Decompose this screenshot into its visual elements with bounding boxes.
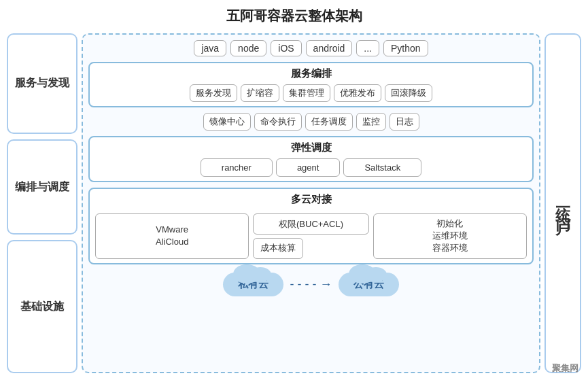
content-area: 服务与发现 编排与调度 基础设施 javanodeiOSandroid...Py…	[7, 33, 581, 373]
init-box: 初始化运维环境容器环境	[373, 213, 527, 259]
infra-mid-col: 权限(BUC+ACL) 成本核算	[253, 213, 368, 259]
service-label: 服务与发现	[7, 33, 77, 134]
infra-label: 基础设施	[7, 240, 77, 373]
elastic-section-title: 弹性调度	[95, 141, 527, 154]
elastic-tag: Saltstack	[343, 158, 421, 177]
vmware-box: VMwareAliCloud	[95, 213, 249, 259]
lang-tag: iOS	[271, 40, 301, 56]
service-tag: 优雅发布	[334, 84, 381, 102]
right-label: 统一门户	[544, 33, 581, 373]
lang-tag: ...	[356, 40, 379, 56]
schedule-tag: 镜像中心	[203, 113, 251, 131]
page-title: 五阿哥容器云整体架构	[226, 7, 362, 25]
cloud-arrow: - - - - →	[290, 277, 332, 292]
schedule-tag: 命令执行	[254, 113, 302, 131]
private-cloud: 私有云	[223, 273, 283, 296]
main-container: 五阿哥容器云整体架构 服务与发现 编排与调度 基础设施 javanodeiOSa…	[0, 0, 588, 380]
schedule-tag: 日志	[390, 113, 419, 131]
rights-box: 权限(BUC+ACL)	[253, 213, 368, 235]
cost-box: 成本核算	[253, 238, 303, 258]
infra-boxes-row: VMwareAliCloud 权限(BUC+ACL) 成本核算 初始化运维环境容…	[95, 213, 527, 259]
right-label-text: 统一门户	[552, 195, 574, 211]
elastic-tag: agent	[276, 158, 341, 177]
service-tag: 服务发现	[190, 84, 237, 102]
schedule-tag: 任务调度	[305, 113, 353, 131]
public-cloud: 公有云	[339, 273, 399, 296]
service-tag: 扩缩容	[241, 84, 279, 102]
elastic-section: 弹性调度 rancheragentSaltstack	[88, 136, 534, 182]
lang-tag: node	[230, 40, 266, 56]
lang-tag: android	[306, 40, 353, 56]
service-section-title: 服务编排	[95, 67, 527, 80]
lang-tag: Python	[383, 40, 428, 56]
service-tags-row: 服务发现扩缩容集群管理优雅发布回滚降级	[95, 84, 527, 102]
lang-tag: java	[194, 40, 226, 56]
service-tag: 集群管理	[283, 84, 330, 102]
lang-tags-row: javanodeiOSandroid...Python	[88, 40, 534, 56]
elastic-tag: rancher	[201, 158, 273, 177]
elastic-tags-row: rancheragentSaltstack	[95, 158, 527, 177]
schedule-row1: 镜像中心命令执行任务调度监控日志	[88, 113, 534, 131]
cloud-row: 私有云 - - - - → 公有云	[88, 270, 534, 298]
service-section: 服务编排 服务发现扩缩容集群管理优雅发布回滚降级	[88, 62, 534, 107]
multicloud-section: 多云对接 VMwareAliCloud 权限(BUC+ACL) 成本核算 初始化…	[88, 188, 534, 264]
middle-area: javanodeiOSandroid...Python 服务编排 服务发现扩缩容…	[82, 33, 540, 373]
schedule-label: 编排与调度	[7, 139, 77, 235]
service-tag: 回滚降级	[385, 84, 432, 102]
watermark: 聚集网	[552, 362, 578, 375]
schedule-tag: 监控	[356, 113, 386, 131]
multicloud-title: 多云对接	[95, 193, 527, 206]
left-labels: 服务与发现 编排与调度 基础设施	[7, 33, 82, 373]
